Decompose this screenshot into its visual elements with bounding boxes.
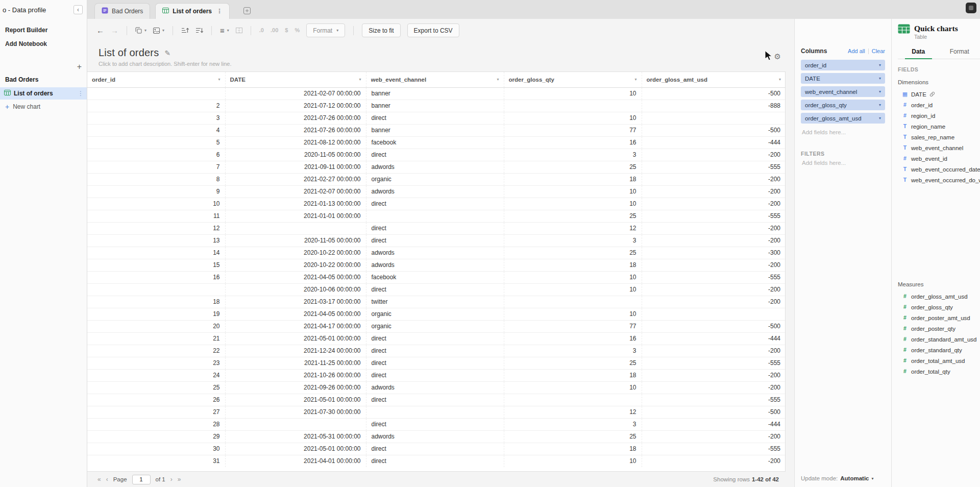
- table-row[interactable]: 3 2021-07-26 00:00:00 direct 10: [87, 112, 786, 124]
- duplicate-button[interactable]: ▾: [135, 27, 146, 34]
- field-item[interactable]: order_id: [902, 100, 980, 110]
- new-tab-button[interactable]: [243, 7, 251, 15]
- table-row[interactable]: 23 2021-11-25 00:00:00 direct 25 -555: [87, 357, 786, 369]
- cell-date[interactable]: 2021-09-11 00:00:00: [225, 161, 366, 173]
- merge-cells-button[interactable]: [236, 28, 242, 33]
- cell-order-id[interactable]: 25: [87, 381, 225, 394]
- cell-order-gloss-qty[interactable]: 16: [504, 136, 642, 149]
- cell-order-gloss-amt-usd[interactable]: -200: [642, 283, 786, 296]
- cell-order-id[interactable]: 22: [87, 345, 225, 357]
- cell-order-id[interactable]: 15: [87, 259, 225, 271]
- cell-order-gloss-qty[interactable]: 10: [504, 271, 642, 283]
- cell-order-gloss-amt-usd[interactable]: -500: [642, 87, 786, 100]
- copy-as-image-button[interactable]: ▾: [153, 28, 164, 34]
- cell-date[interactable]: 2020-10-22 00:00:00: [225, 247, 366, 259]
- cell-web-event-channel[interactable]: direct: [366, 369, 504, 381]
- cell-order-gloss-qty[interactable]: 3: [504, 418, 642, 430]
- column-header[interactable]: order_id ▾: [87, 72, 225, 87]
- column-menu-caret-icon[interactable]: ▾: [359, 77, 361, 82]
- cell-web-event-channel[interactable]: direct: [366, 149, 504, 161]
- field-item[interactable]: order_standard_amt_usd: [902, 334, 980, 345]
- pill-menu-caret-icon[interactable]: ▾: [879, 76, 881, 81]
- table-row[interactable]: 7 2021-09-11 00:00:00 adwords 25 -555: [87, 161, 786, 173]
- table-row[interactable]: 27 2021-07-30 00:00:00 12 -500: [87, 406, 786, 418]
- cell-order-id[interactable]: 18: [87, 296, 225, 308]
- cell-order-gloss-qty[interactable]: 3: [504, 149, 642, 161]
- cell-order-gloss-qty[interactable]: 12: [504, 222, 642, 234]
- cell-web-event-channel[interactable]: direct: [366, 357, 504, 369]
- cell-order-gloss-amt-usd[interactable]: -200: [642, 345, 786, 357]
- redo-button[interactable]: →: [111, 27, 118, 34]
- cell-order-id[interactable]: [87, 87, 225, 100]
- cell-order-id[interactable]: 2: [87, 100, 225, 112]
- field-item[interactable]: web_event_id: [902, 153, 980, 164]
- cell-order-gloss-amt-usd[interactable]: -555: [642, 271, 786, 283]
- table-row[interactable]: 29 2021-05-31 00:00:00 adwords 25 -200: [87, 430, 786, 443]
- cell-date[interactable]: 2021-04-05 00:00:00: [225, 271, 366, 283]
- cell-web-event-channel[interactable]: direct: [366, 198, 504, 210]
- cell-date[interactable]: 2021-01-13 00:00:00: [225, 198, 366, 210]
- cell-order-id[interactable]: 31: [87, 455, 225, 467]
- cell-web-event-channel[interactable]: organic: [366, 308, 504, 320]
- cell-order-gloss-amt-usd[interactable]: -200: [642, 198, 786, 210]
- cell-order-id[interactable]: 30: [87, 443, 225, 455]
- cell-order-gloss-amt-usd[interactable]: -200: [642, 430, 786, 443]
- cell-order-gloss-qty[interactable]: 18: [504, 443, 642, 455]
- sidebar-collapse-button[interactable]: ‹: [74, 5, 83, 14]
- cell-order-gloss-amt-usd[interactable]: -200: [642, 369, 786, 381]
- tab-menu-icon[interactable]: ⋮: [216, 8, 223, 15]
- cell-order-id[interactable]: 16: [87, 271, 225, 283]
- sort-ascending-button[interactable]: [181, 27, 189, 34]
- field-item[interactable]: web_event_occurred_do_w_n: [902, 175, 980, 185]
- cell-order-gloss-amt-usd[interactable]: -500: [642, 406, 786, 418]
- cell-web-event-channel[interactable]: direct: [366, 455, 504, 467]
- cell-date[interactable]: 2021-04-05 00:00:00: [225, 308, 366, 320]
- cell-order-gloss-qty[interactable]: 10: [504, 87, 642, 100]
- cell-web-event-channel[interactable]: direct: [366, 443, 504, 455]
- table-row[interactable]: 22 2021-12-24 00:00:00 direct 3 -200: [87, 345, 786, 357]
- next-page-button[interactable]: ›: [170, 476, 173, 483]
- cell-order-id[interactable]: 23: [87, 357, 225, 369]
- column-pill[interactable]: order_gloss_qty ▾: [801, 100, 885, 110]
- pill-menu-caret-icon[interactable]: ▾: [879, 63, 881, 67]
- cell-date[interactable]: 2021-05-01 00:00:00: [225, 443, 366, 455]
- cell-order-id[interactable]: 5: [87, 136, 225, 149]
- cell-order-gloss-amt-usd[interactable]: -555: [642, 357, 786, 369]
- cell-order-id[interactable]: 29: [87, 430, 225, 443]
- decrease-decimal-button[interactable]: .0: [259, 28, 264, 33]
- cell-web-event-channel[interactable]: direct: [366, 394, 504, 406]
- update-mode-dropdown[interactable]: Automatic: [840, 475, 869, 481]
- cell-date[interactable]: 2021-05-01 00:00:00: [225, 332, 366, 345]
- table-row[interactable]: 11 2021-01-01 00:00:00 25 -555: [87, 210, 786, 222]
- prev-page-button[interactable]: ‹: [106, 476, 108, 483]
- cell-order-gloss-qty[interactable]: 25: [504, 161, 642, 173]
- field-item[interactable]: web_event_occurred_date: [902, 164, 980, 175]
- cell-order-gloss-amt-usd[interactable]: -300: [642, 247, 786, 259]
- cell-date[interactable]: 2021-05-31 00:00:00: [225, 430, 366, 443]
- add-page-button[interactable]: +: [77, 63, 82, 71]
- cell-date[interactable]: 2021-02-07 00:00:00: [225, 87, 366, 100]
- cell-order-gloss-qty[interactable]: [504, 100, 642, 112]
- table-row[interactable]: 13 2020-11-05 00:00:00 direct 3 -200: [87, 234, 786, 247]
- pill-menu-caret-icon[interactable]: ▾: [879, 89, 881, 94]
- cell-order-gloss-amt-usd[interactable]: -200: [642, 455, 786, 467]
- cell-web-event-channel[interactable]: direct: [366, 112, 504, 124]
- column-pill[interactable]: DATE ▾: [801, 73, 885, 84]
- last-page-button[interactable]: »: [178, 476, 181, 483]
- cell-order-id[interactable]: 6: [87, 149, 225, 161]
- cell-order-id[interactable]: 9: [87, 185, 225, 198]
- cell-order-id[interactable]: 8: [87, 173, 225, 185]
- cell-web-event-channel[interactable]: direct: [366, 222, 504, 234]
- table-row[interactable]: 4 2021-07-26 00:00:00 banner 77 -500: [87, 124, 786, 136]
- cell-order-gloss-amt-usd[interactable]: -555: [642, 161, 786, 173]
- columns-drop-placeholder[interactable]: Add fields here...: [802, 129, 885, 135]
- cell-web-event-channel[interactable]: adwords: [366, 381, 504, 394]
- cell-order-gloss-qty[interactable]: 18: [504, 173, 642, 185]
- cell-date[interactable]: 2021-05-01 00:00:00: [225, 394, 366, 406]
- table-row[interactable]: 21 2021-05-01 00:00:00 direct 16 -444: [87, 332, 786, 345]
- sidebar-folder-bad-orders[interactable]: Bad Orders: [5, 76, 82, 83]
- cell-order-gloss-amt-usd[interactable]: -888: [642, 100, 786, 112]
- edit-title-icon[interactable]: ✎: [164, 49, 170, 57]
- cell-web-event-channel[interactable]: facebook: [366, 271, 504, 283]
- cell-order-id[interactable]: 12: [87, 222, 225, 234]
